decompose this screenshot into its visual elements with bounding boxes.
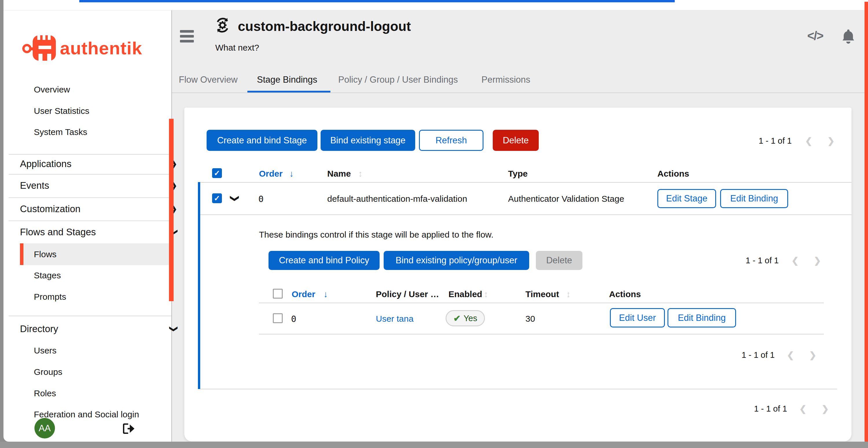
sidebar-item-user-statistics[interactable]: User Statistics [34, 105, 89, 117]
sidebar-section-applications[interactable]: Applications ❯ [20, 158, 172, 170]
delete-binding-button[interactable]: Delete [536, 251, 582, 270]
page-next-icon[interactable]: ❯ [814, 255, 821, 266]
table-divider [259, 334, 824, 335]
pagination-bottom: 1 - 1 of 1 ❮ ❯ [754, 404, 829, 414]
edit-binding-button[interactable]: Edit Binding [668, 308, 736, 328]
avatar-initials: AA [39, 423, 51, 434]
column-header-order[interactable]: Order [259, 169, 283, 179]
window-right-accent [865, 2, 868, 442]
tab-stage-bindings[interactable]: Stage Bindings [257, 75, 317, 85]
column-header-name[interactable]: Name [327, 169, 351, 179]
window-left-edge [0, 0, 3, 448]
sort-desc-icon[interactable]: ↓ [323, 289, 328, 299]
pagination-label: 1 - 1 of 1 [758, 136, 792, 146]
refresh-button[interactable]: Refresh [419, 130, 484, 151]
sidebar-item-users[interactable]: Users [34, 344, 56, 357]
row-checkbox[interactable]: ✓ [212, 193, 222, 203]
sidebar-item-overview[interactable]: Overview [34, 83, 70, 96]
page-next-icon[interactable]: ❯ [809, 350, 816, 360]
column-header-enabled[interactable]: Enabled [448, 289, 482, 299]
tab-policy-group-user-bindings[interactable]: Policy / Group / User Bindings [338, 75, 458, 85]
stage-bindings-card [184, 107, 851, 441]
sidebar-section-events[interactable]: Events ❯ [20, 179, 172, 192]
sort-icon[interactable]: ↕ [484, 289, 488, 299]
sort-icon[interactable]: ↕ [566, 289, 570, 299]
notification-bell-icon[interactable] [840, 28, 857, 45]
sidebar-item-prompts[interactable]: Prompts [34, 290, 66, 303]
page-prev-icon[interactable]: ❮ [805, 136, 812, 146]
authentik-logo[interactable]: authentik [22, 32, 155, 64]
chevron-down-icon: ❯ [170, 322, 177, 335]
sidebar-section-customization[interactable]: Customization ❯ [20, 203, 172, 215]
edit-user-button[interactable]: Edit User [610, 308, 665, 328]
delete-button[interactable]: Delete [493, 130, 539, 151]
column-header-order[interactable]: Order [292, 289, 315, 299]
table-divider [200, 182, 851, 183]
page-subtitle: What next? [215, 43, 259, 53]
expanded-row-border [198, 182, 200, 389]
table-bottom-divider [200, 389, 837, 389]
check-icon: ✔ [454, 313, 461, 323]
sidebar-divider [9, 174, 172, 175]
create-and-bind-policy-button[interactable]: Create and bind Policy [269, 251, 380, 270]
sidebar-divider [9, 197, 172, 198]
sidebar-section-flows-and-stages[interactable]: Flows and Stages ❯ [20, 226, 172, 238]
page-next-icon[interactable]: ❯ [822, 404, 829, 414]
sort-desc-icon[interactable]: ↓ [289, 169, 294, 179]
select-all-policies-checkbox[interactable] [273, 289, 283, 299]
sidebar-scroll-indicator[interactable] [169, 119, 174, 301]
window-bottom-edge [0, 442, 868, 448]
row-type-cell: Authenticator Validation Stage [508, 194, 624, 204]
column-header-timeout[interactable]: Timeout [525, 289, 559, 299]
sidebar-divider [9, 316, 172, 316]
avatar[interactable]: AA [34, 418, 55, 439]
flow-icon [214, 17, 231, 34]
table-divider [200, 214, 851, 215]
sidebar-item-roles[interactable]: Roles [34, 387, 56, 400]
app-window: authentik Overview User Statistics Syste… [0, 0, 868, 448]
tab-permissions[interactable]: Permissions [482, 75, 530, 85]
bind-existing-stage-button[interactable]: Bind existing stage [320, 130, 415, 151]
sidebar-divider [9, 220, 172, 221]
authentik-logo-icon [22, 33, 57, 63]
sidebar-item-groups[interactable]: Groups [34, 366, 62, 378]
sidebar-section-label: Directory [20, 323, 58, 334]
policy-row-checkbox[interactable] [273, 313, 283, 323]
collapse-row-icon[interactable]: ❯ [230, 195, 240, 202]
sidebar-item-stages[interactable]: Stages [34, 269, 61, 282]
tab-flow-overview[interactable]: Flow Overview [179, 75, 238, 85]
pagination-top: 1 - 1 of 1 ❮ ❯ [758, 136, 835, 146]
page-prev-icon[interactable]: ❮ [791, 255, 799, 266]
page-next-icon[interactable]: ❯ [828, 136, 835, 146]
column-header-type: Type [508, 169, 528, 179]
pagination-label: 1 - 1 of 1 [754, 404, 787, 414]
select-all-checkbox[interactable]: ✓ [212, 168, 222, 178]
sidebar-section-label: Flows and Stages [20, 227, 96, 237]
page-prev-icon[interactable]: ❮ [787, 350, 794, 360]
logout-icon[interactable] [123, 423, 135, 434]
timeout-cell: 30 [525, 314, 535, 324]
sort-icon[interactable]: ↕ [358, 169, 363, 179]
sidebar-divider [9, 154, 172, 154]
sidebar-section-label: Applications [20, 159, 71, 169]
pagination-label: 1 - 1 of 1 [746, 256, 779, 265]
bind-existing-policy-button[interactable]: Bind existing policy/group/user [384, 251, 529, 270]
edit-binding-button[interactable]: Edit Binding [720, 189, 788, 208]
sidebar-item-system-tasks[interactable]: System Tasks [34, 126, 87, 138]
sidebar-item-flows[interactable]: Flows [34, 248, 56, 261]
page-title: custom-background-logout [238, 19, 411, 34]
table-divider [259, 303, 824, 303]
pagination-label: 1 - 1 of 1 [742, 350, 775, 360]
bindings-description: These bindings control if this stage wil… [259, 230, 493, 240]
enabled-badge-label: Yes [464, 314, 477, 323]
edit-stage-button[interactable]: Edit Stage [657, 189, 716, 208]
authentik-logo-text: authentik [60, 38, 142, 58]
sidebar-section-directory[interactable]: Directory ❯ [20, 322, 172, 335]
column-header-actions: Actions [609, 289, 641, 299]
page-prev-icon[interactable]: ❮ [799, 404, 806, 414]
api-code-icon[interactable]: </> [807, 29, 823, 43]
policy-user-link[interactable]: User tana [376, 314, 413, 324]
menu-toggle-button[interactable] [180, 30, 194, 43]
create-and-bind-stage-button[interactable]: Create and bind Stage [207, 130, 317, 151]
tabs-divider [172, 93, 865, 93]
